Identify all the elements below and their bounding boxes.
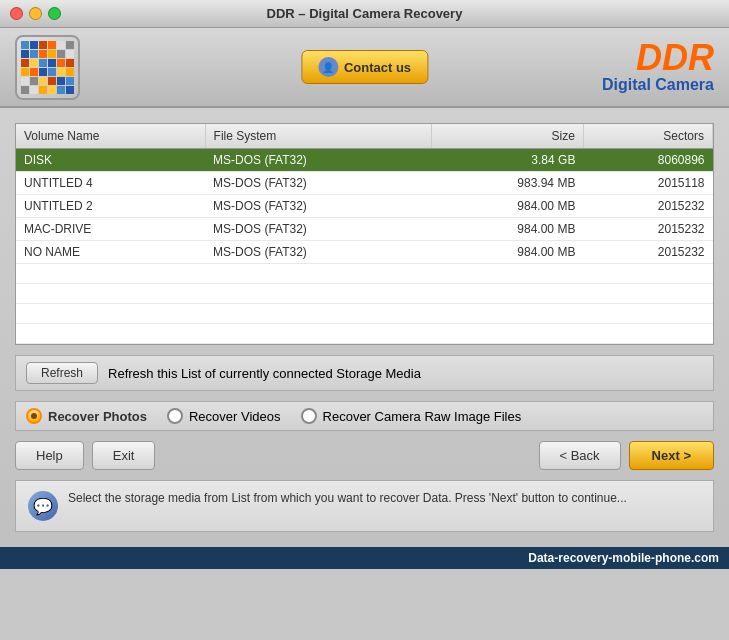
exit-button[interactable]: Exit bbox=[92, 441, 156, 470]
cell-size: 984.00 MB bbox=[431, 195, 583, 218]
col-sectors: Sectors bbox=[583, 124, 712, 149]
window-title: DDR – Digital Camera Recovery bbox=[267, 6, 463, 21]
cell-fs: MS-DOS (FAT32) bbox=[205, 172, 431, 195]
title-bar: DDR – Digital Camera Recovery bbox=[0, 0, 729, 28]
radio-indicator-raw bbox=[301, 408, 317, 424]
contact-btn-label: Contact us bbox=[344, 60, 411, 75]
help-button[interactable]: Help bbox=[15, 441, 84, 470]
cell-volume: UNTITLED 4 bbox=[16, 172, 205, 195]
table-header-row: Volume Name File System Size Sectors bbox=[16, 124, 713, 149]
col-file-system: File System bbox=[205, 124, 431, 149]
radio-label-photos: Recover Photos bbox=[48, 409, 147, 424]
next-button[interactable]: Next > bbox=[629, 441, 714, 470]
table-empty-row bbox=[16, 304, 713, 324]
radio-option-raw[interactable]: Recover Camera Raw Image Files bbox=[301, 408, 522, 424]
radio-label-raw: Recover Camera Raw Image Files bbox=[323, 409, 522, 424]
radio-inner bbox=[31, 413, 37, 419]
table-row[interactable]: UNTITLED 2 MS-DOS (FAT32) 984.00 MB 2015… bbox=[16, 195, 713, 218]
table-empty-row bbox=[16, 324, 713, 344]
ddr-title: DDR bbox=[602, 40, 714, 76]
col-size: Size bbox=[431, 124, 583, 149]
table-empty-row bbox=[16, 264, 713, 284]
table-row[interactable]: DISK MS-DOS (FAT32) 3.84 GB 8060896 bbox=[16, 149, 713, 172]
contact-icon: 👤 bbox=[318, 57, 338, 77]
cell-fs: MS-DOS (FAT32) bbox=[205, 149, 431, 172]
maximize-button[interactable] bbox=[48, 7, 61, 20]
window-controls[interactable] bbox=[10, 7, 61, 20]
cell-size: 984.00 MB bbox=[431, 218, 583, 241]
refresh-row: Refresh Refresh this List of currently c… bbox=[15, 355, 714, 391]
info-icon: 💬 bbox=[28, 491, 58, 521]
close-button[interactable] bbox=[10, 7, 23, 20]
table-row[interactable]: UNTITLED 4 MS-DOS (FAT32) 983.94 MB 2015… bbox=[16, 172, 713, 195]
cell-size: 984.00 MB bbox=[431, 241, 583, 264]
cell-sectors: 2015118 bbox=[583, 172, 712, 195]
cell-sectors: 2015232 bbox=[583, 218, 712, 241]
main-content: Volume Name File System Size Sectors DIS… bbox=[0, 108, 729, 547]
cell-sectors: 2015232 bbox=[583, 195, 712, 218]
radio-option-videos[interactable]: Recover Videos bbox=[167, 408, 281, 424]
footer-url: Data-recovery-mobile-phone.com bbox=[528, 551, 719, 565]
cell-volume: NO NAME bbox=[16, 241, 205, 264]
info-message: Select the storage media from List from … bbox=[68, 491, 627, 505]
ddr-logo: DDR Digital Camera bbox=[602, 40, 714, 94]
radio-indicator-photos bbox=[26, 408, 42, 424]
bottom-button-row: Help Exit < Back Next > bbox=[15, 441, 714, 470]
back-button[interactable]: < Back bbox=[539, 441, 621, 470]
cell-fs: MS-DOS (FAT32) bbox=[205, 241, 431, 264]
refresh-button[interactable]: Refresh bbox=[26, 362, 98, 384]
table-row[interactable]: NO NAME MS-DOS (FAT32) 984.00 MB 2015232 bbox=[16, 241, 713, 264]
minimize-button[interactable] bbox=[29, 7, 42, 20]
radio-option-photos[interactable]: Recover Photos bbox=[26, 408, 147, 424]
cell-fs: MS-DOS (FAT32) bbox=[205, 218, 431, 241]
app-header: 👤 Contact us DDR Digital Camera bbox=[0, 28, 729, 108]
info-box: 💬 Select the storage media from List fro… bbox=[15, 480, 714, 532]
cell-sectors: 2015232 bbox=[583, 241, 712, 264]
logo-mosaic bbox=[21, 41, 74, 94]
cell-volume: DISK bbox=[16, 149, 205, 172]
footer: Data-recovery-mobile-phone.com bbox=[0, 547, 729, 569]
col-volume-name: Volume Name bbox=[16, 124, 205, 149]
cell-size: 3.84 GB bbox=[431, 149, 583, 172]
cell-fs: MS-DOS (FAT32) bbox=[205, 195, 431, 218]
table-row[interactable]: MAC-DRIVE MS-DOS (FAT32) 984.00 MB 20152… bbox=[16, 218, 713, 241]
volume-table: Volume Name File System Size Sectors DIS… bbox=[16, 124, 713, 344]
cell-volume: UNTITLED 2 bbox=[16, 195, 205, 218]
radio-label-videos: Recover Videos bbox=[189, 409, 281, 424]
ddr-subtitle: Digital Camera bbox=[602, 76, 714, 94]
table-empty-row bbox=[16, 284, 713, 304]
cell-volume: MAC-DRIVE bbox=[16, 218, 205, 241]
recovery-options-row: Recover Photos Recover Videos Recover Ca… bbox=[15, 401, 714, 431]
app-logo bbox=[15, 35, 80, 100]
cell-sectors: 8060896 bbox=[583, 149, 712, 172]
refresh-description: Refresh this List of currently connected… bbox=[108, 366, 421, 381]
volume-table-container: Volume Name File System Size Sectors DIS… bbox=[15, 123, 714, 345]
cell-size: 983.94 MB bbox=[431, 172, 583, 195]
radio-indicator-videos bbox=[167, 408, 183, 424]
contact-us-button[interactable]: 👤 Contact us bbox=[301, 50, 428, 84]
